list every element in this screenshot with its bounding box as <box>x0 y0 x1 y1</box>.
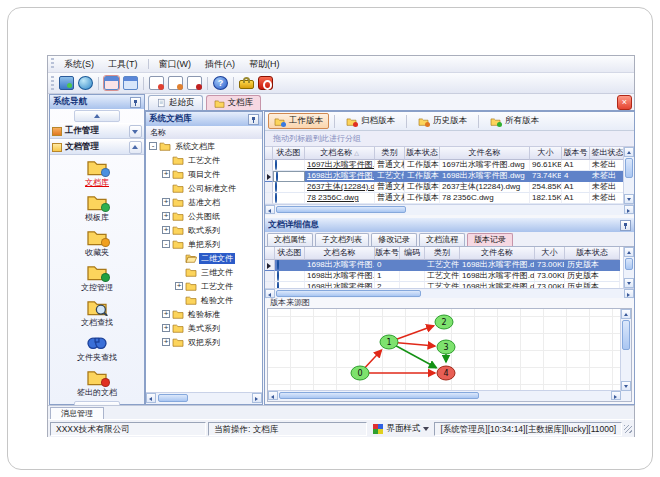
table-row[interactable]: 1698出水嘴零件图.dwg 1 工艺文件 1698出水嘴零件图.dwg 73.… <box>265 271 634 282</box>
scrollbar-thumb[interactable] <box>279 392 479 399</box>
tree-column-header[interactable]: 名称 <box>146 126 262 140</box>
close-icon[interactable]: × <box>617 95 632 110</box>
scrollbar-thumb[interactable] <box>625 258 633 270</box>
column-header[interactable]: 文件名称 <box>460 247 535 260</box>
column-header[interactable]: 文件名称 <box>440 147 530 160</box>
sidebar-item-checked-out[interactable]: 签出的文档 <box>50 365 144 400</box>
menu-plugins[interactable]: 插件(A) <box>198 57 242 72</box>
scroll-down-icon[interactable] <box>624 278 634 288</box>
expander-icon[interactable]: - <box>162 240 170 248</box>
sidebar-item-folder-search[interactable]: 文件夹查找 <box>50 330 144 365</box>
scrollbar-thumb[interactable] <box>158 394 188 402</box>
chevron-down-icon[interactable] <box>423 427 429 431</box>
column-header[interactable]: 大小 <box>530 147 562 160</box>
tab-doc-properties[interactable]: 文档属性 <box>267 233 313 246</box>
column-header[interactable]: 文档名称 <box>305 247 375 260</box>
web-globe-icon[interactable] <box>78 76 93 90</box>
menu-tools[interactable]: 工具(T) <box>101 57 145 72</box>
style-palette-icon[interactable] <box>373 424 383 434</box>
sidebar-scroll-up-button[interactable] <box>74 110 120 122</box>
menu-help[interactable]: 帮助(H) <box>242 57 287 72</box>
tree-node[interactable]: +工艺文件 <box>146 279 262 293</box>
mail-document-icon[interactable] <box>149 76 164 90</box>
pin-icon[interactable] <box>620 220 631 231</box>
column-header[interactable]: 状态图 <box>273 147 305 160</box>
tree-node[interactable]: +美式系列 <box>146 321 262 335</box>
chevron-up-icon[interactable] <box>129 141 142 154</box>
column-header[interactable]: 编码 <box>400 247 425 260</box>
column-header[interactable]: 类别 <box>425 247 460 260</box>
window-list-icon[interactable] <box>123 76 138 90</box>
tree-node-selected[interactable]: 二维文件 <box>146 251 262 265</box>
scrollbar-thumb[interactable] <box>276 290 421 297</box>
tree-horizontal-scrollbar[interactable] <box>146 392 262 404</box>
tree-node[interactable]: 三维文件 <box>146 265 262 279</box>
graph-vertical-scrollbar[interactable] <box>620 309 631 401</box>
expander-icon[interactable]: - <box>149 142 157 150</box>
column-header-sorted[interactable]: 文档名称 <box>305 147 375 160</box>
tree-node[interactable]: -单把系列 <box>146 237 262 251</box>
tree-node[interactable]: +双把系列 <box>146 335 262 349</box>
scroll-right-icon[interactable] <box>252 393 262 403</box>
archive-version-button[interactable]: 归档版本 <box>340 113 401 129</box>
tab-subdoc-list[interactable]: 子文档列表 <box>315 233 369 246</box>
exit-icon[interactable] <box>258 76 273 90</box>
lock-icon[interactable] <box>239 80 254 89</box>
tree-node[interactable]: 工艺文件 <box>146 153 262 167</box>
grid-horizontal-scrollbar[interactable] <box>265 204 634 215</box>
tab-doc-flow[interactable]: 文档流程 <box>419 233 465 246</box>
tab-version-records[interactable]: 版本记录 <box>467 233 513 246</box>
tree-node[interactable]: +基准文档 <box>146 195 262 209</box>
scroll-down-icon[interactable] <box>621 381 631 391</box>
column-header[interactable]: 签出状态 <box>590 147 626 160</box>
grid-vertical-scrollbar[interactable] <box>623 247 634 288</box>
column-header[interactable]: 版本状态 <box>405 147 440 160</box>
scroll-up-icon[interactable] <box>624 247 634 257</box>
tree-node[interactable]: 检验文件 <box>146 293 262 307</box>
tree-node[interactable]: -系统文档库 <box>146 139 262 153</box>
expander-icon[interactable]: + <box>162 226 170 234</box>
scroll-down-icon[interactable] <box>624 194 634 204</box>
expander-icon[interactable]: + <box>162 310 170 318</box>
sidebar-item-favorites[interactable]: 收藏夹 <box>50 225 144 260</box>
document-window-icon[interactable] <box>104 76 119 90</box>
column-header[interactable]: 类别 <box>375 147 405 160</box>
scrollbar-thumb[interactable] <box>276 206 406 213</box>
table-row[interactable]: 1697出水嘴零件图.dwg 普通文档 工作版本 1697出水嘴零件图.dwg … <box>265 160 634 171</box>
scroll-left-icon[interactable] <box>265 289 275 298</box>
column-header[interactable]: 版本号 <box>562 147 590 160</box>
sidebar-item-doclib[interactable]: 文档库 <box>50 155 144 190</box>
scroll-right-icon[interactable] <box>611 391 621 400</box>
sidebar-group-work[interactable]: 工作管理 <box>50 123 144 139</box>
scroll-up-icon[interactable] <box>621 309 631 319</box>
pin-icon[interactable] <box>248 114 259 125</box>
table-row[interactable]: 2637主体(12284).dwg 普通文档 工作版本 2637主体(12284… <box>265 182 634 193</box>
sidebar-item-doc-control[interactable]: 文控管理 <box>50 260 144 295</box>
scrollbar-thumb[interactable] <box>622 320 630 350</box>
tree-node[interactable]: +检验标准 <box>146 307 262 321</box>
column-header[interactable]: 大小 <box>535 247 565 260</box>
chevron-down-icon[interactable] <box>129 125 142 138</box>
expander-icon[interactable]: + <box>162 212 170 220</box>
tab-start-page[interactable]: 起始页 <box>148 95 203 110</box>
column-header[interactable]: 状态图 <box>275 247 305 260</box>
sidebar-item-templates[interactable]: 模板库 <box>50 190 144 225</box>
graph-horizontal-scrollbar[interactable] <box>268 390 621 401</box>
column-header[interactable]: 版本号 <box>375 247 400 260</box>
resize-grip[interactable] <box>624 425 632 433</box>
scroll-left-icon[interactable] <box>268 391 278 400</box>
tree-node[interactable]: 公司标准文件 <box>146 181 262 195</box>
screen-capture-icon[interactable] <box>59 76 74 90</box>
version-graph-svg[interactable]: 01234 <box>268 309 613 391</box>
tree-node[interactable]: +欧式系列 <box>146 223 262 237</box>
grid-vertical-scrollbar[interactable] <box>623 147 634 204</box>
pin-icon[interactable] <box>130 97 141 108</box>
sidebar-item-doc-search[interactable]: 文档查找 <box>50 295 144 330</box>
document-refresh-icon[interactable] <box>168 76 183 90</box>
expander-icon[interactable]: + <box>162 198 170 206</box>
menu-window[interactable]: 窗口(W) <box>152 57 199 72</box>
table-row[interactable]: 78 2356C.dwg 普通文档 工作版本 78 2356C.dwg 182.… <box>265 193 634 204</box>
tab-modify-records[interactable]: 修改记录 <box>371 233 417 246</box>
scroll-right-icon[interactable] <box>624 289 634 298</box>
scroll-left-icon[interactable] <box>146 393 156 403</box>
